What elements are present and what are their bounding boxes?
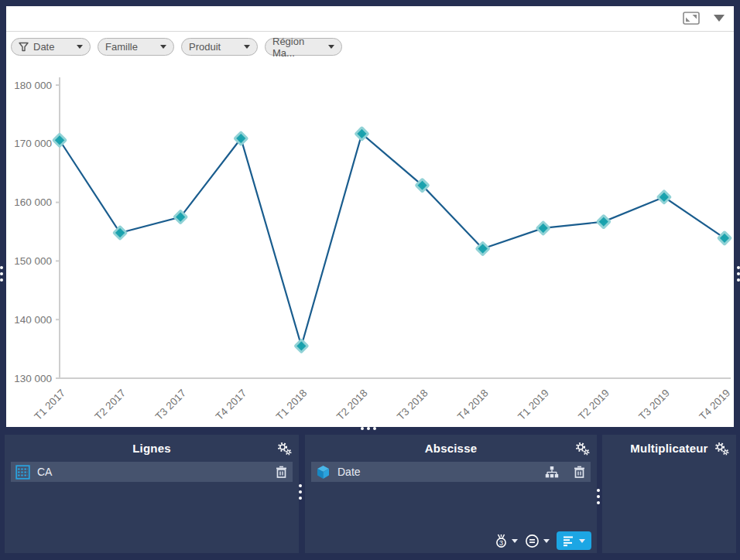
medal-rank-icon: 3 (495, 534, 508, 548)
svg-text:T3 2019: T3 2019 (636, 388, 672, 423)
chart-panel-splitter-handle[interactable] (361, 427, 376, 430)
svg-text:T3 2018: T3 2018 (395, 388, 430, 423)
panel-title: Multiplicateur (630, 442, 707, 455)
panel-title: Abscisse (425, 442, 477, 455)
svg-text:3: 3 (499, 538, 503, 546)
panel-multiplicateur: Multiplicateur (602, 435, 736, 553)
lignes-abscisse-splitter-handle[interactable] (299, 484, 302, 500)
equals-filter-icon (525, 534, 540, 548)
panel-title: Lignes (132, 442, 171, 455)
line-chart-area: 130 000140 000150 000160 000170 000180 0… (6, 46, 734, 427)
svg-text:150 000: 150 000 (14, 255, 52, 267)
panel-abscisse: Abscisse Date (305, 435, 597, 553)
abscisse-multiplicateur-splitter-handle[interactable] (597, 489, 600, 504)
svg-text:180 000: 180 000 (14, 80, 52, 91)
line-chart: 130 000140 000150 000160 000170 000180 0… (6, 46, 734, 427)
chart-surface: Date Famille Produit Région Ma... 130 00… (6, 6, 734, 427)
svg-text:T4 2019: T4 2019 (697, 388, 732, 423)
rank-limit-button[interactable]: 3 (495, 534, 518, 548)
abacus-measure-icon (15, 465, 30, 480)
svg-text:T2 2019: T2 2019 (576, 388, 612, 423)
left-edge-resize-handle[interactable] (0, 266, 3, 282)
chart-topbar (6, 6, 734, 32)
svg-text:T1 2018: T1 2018 (274, 388, 310, 423)
sort-button-active[interactable] (557, 531, 591, 550)
svg-text:T3 2017: T3 2017 (153, 388, 189, 423)
measure-chip-label: CA (37, 466, 52, 478)
filter-condition-button[interactable] (525, 534, 550, 548)
menu-caret-icon[interactable] (714, 15, 725, 22)
trash-icon[interactable] (573, 465, 586, 479)
gears-settings-icon[interactable] (713, 441, 730, 456)
cube-dimension-icon (316, 465, 331, 480)
svg-text:T2 2018: T2 2018 (334, 388, 370, 423)
gears-settings-icon[interactable] (574, 441, 591, 456)
chevron-down-icon (543, 539, 550, 543)
svg-text:T4 2017: T4 2017 (214, 388, 249, 423)
panel-lignes-header: Lignes (5, 435, 299, 462)
topbar-icons (683, 12, 725, 25)
svg-text:T1 2019: T1 2019 (516, 388, 551, 423)
svg-text:T2 2017: T2 2017 (93, 388, 128, 423)
abscisse-footer-toolbar: 3 (495, 531, 591, 550)
hierarchy-icon[interactable] (545, 466, 559, 479)
svg-text:T4 2018: T4 2018 (455, 388, 491, 423)
dimension-chip-label: Date (337, 466, 361, 478)
measure-chip-ca[interactable]: CA (11, 462, 293, 482)
dimension-chip-date[interactable]: Date (311, 462, 591, 482)
svg-text:170 000: 170 000 (14, 138, 52, 149)
panel-abscisse-header: Abscisse (305, 435, 597, 462)
svg-text:140 000: 140 000 (14, 314, 52, 326)
dashboard-widget: Date Famille Produit Région Ma... 130 00… (0, 0, 740, 560)
svg-text:160 000: 160 000 (14, 196, 52, 208)
chevron-down-icon (512, 539, 518, 543)
panel-lignes: Lignes CA (5, 435, 299, 553)
trash-icon[interactable] (275, 465, 288, 479)
svg-text:130 000: 130 000 (14, 373, 52, 384)
right-edge-resize-handle[interactable] (737, 266, 740, 282)
chevron-down-icon (579, 539, 585, 543)
gears-settings-icon[interactable] (276, 441, 293, 456)
panel-multiplicateur-header: Multiplicateur (602, 435, 736, 462)
svg-text:T1 2017: T1 2017 (32, 388, 67, 423)
sort-lines-icon (563, 535, 574, 547)
fullscreen-icon[interactable] (683, 12, 700, 25)
